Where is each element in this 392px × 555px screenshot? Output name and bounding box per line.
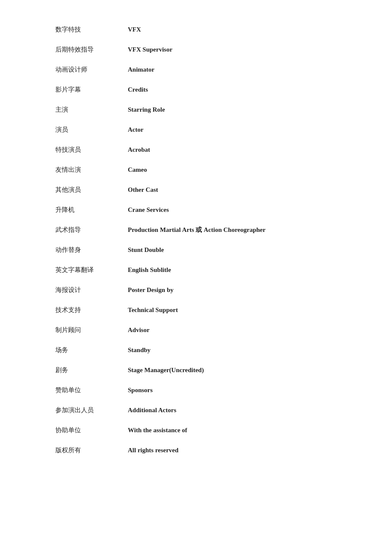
english-label: Credits bbox=[124, 86, 337, 93]
table-row: 协助单位With the assistance of bbox=[55, 426, 337, 434]
chinese-label: 参加演出人员 bbox=[55, 406, 124, 414]
table-row: 后期特效指导VFX Supervisor bbox=[55, 46, 337, 54]
english-label: Standby bbox=[124, 347, 337, 354]
chinese-label: 演员 bbox=[55, 126, 124, 134]
english-label: All rights reserved bbox=[124, 447, 337, 454]
english-label: Starring Role bbox=[124, 106, 337, 113]
table-row: 主演Starring Role bbox=[55, 106, 337, 114]
chinese-label: 影片字幕 bbox=[55, 86, 124, 94]
table-row: 动作替身Stunt Double bbox=[55, 246, 337, 254]
chinese-label: 剧务 bbox=[55, 366, 124, 374]
chinese-label: 特技演员 bbox=[55, 146, 124, 154]
table-row: 剧务Stage Manager(Uncredited) bbox=[55, 366, 337, 374]
chinese-label: 协助单位 bbox=[55, 426, 124, 434]
english-label: Acrobat bbox=[124, 146, 337, 153]
table-row: 英文字幕翻译English Sublitle bbox=[55, 266, 337, 274]
chinese-label: 场务 bbox=[55, 346, 124, 354]
english-label: Cameo bbox=[124, 166, 337, 173]
english-label: VFX bbox=[124, 26, 337, 33]
english-label: Animator bbox=[124, 66, 337, 73]
table-row: 友情出演Cameo bbox=[55, 166, 337, 174]
english-label: Sponsors bbox=[124, 387, 337, 394]
table-row: 武术指导Production Martial Arts 或 Action Cho… bbox=[55, 226, 337, 234]
english-label: Advisor bbox=[124, 327, 337, 334]
english-label: Actor bbox=[124, 126, 337, 133]
table-row: 场务Standby bbox=[55, 346, 337, 354]
table-row: 技术支持Technical Support bbox=[55, 306, 337, 314]
table-row: 版权所有All rights reserved bbox=[55, 446, 337, 454]
table-row: 制片顾问Advisor bbox=[55, 326, 337, 334]
chinese-label: 动画设计师 bbox=[55, 66, 124, 74]
english-label: Poster Design by bbox=[124, 286, 337, 294]
english-label: English Sublitle bbox=[124, 266, 337, 274]
chinese-label: 数字特技 bbox=[55, 26, 124, 34]
table-row: 动画设计师Animator bbox=[55, 66, 337, 74]
table-row: 数字特技VFX bbox=[55, 26, 337, 34]
english-label: Stage Manager(Uncredited) bbox=[124, 367, 337, 374]
english-label: Stunt Double bbox=[124, 246, 337, 254]
table-row: 其他演员Other Cast bbox=[55, 186, 337, 194]
chinese-label: 制片顾问 bbox=[55, 326, 124, 334]
chinese-label: 动作替身 bbox=[55, 246, 124, 254]
table-row: 升降机Crane Services bbox=[55, 206, 337, 214]
chinese-label: 武术指导 bbox=[55, 226, 124, 234]
table-row: 参加演出人员Additional Actors bbox=[55, 406, 337, 414]
chinese-label: 升降机 bbox=[55, 206, 124, 214]
chinese-label: 海报设计 bbox=[55, 286, 124, 294]
english-label: Other Cast bbox=[124, 186, 337, 194]
english-label: VFX Supervisor bbox=[124, 46, 337, 53]
english-label: Production Martial Arts 或 Action Choreog… bbox=[124, 226, 337, 234]
chinese-label: 英文字幕翻译 bbox=[55, 266, 124, 274]
english-label: With the assistance of bbox=[124, 427, 337, 434]
chinese-label: 其他演员 bbox=[55, 186, 124, 194]
chinese-label: 后期特效指导 bbox=[55, 46, 124, 54]
chinese-label: 赞助单位 bbox=[55, 386, 124, 394]
table-row: 赞助单位Sponsors bbox=[55, 386, 337, 394]
table-row: 海报设计Poster Design by bbox=[55, 286, 337, 294]
chinese-label: 版权所有 bbox=[55, 446, 124, 454]
table-row: 演员Actor bbox=[55, 126, 337, 134]
english-label: Additional Actors bbox=[124, 407, 337, 414]
table-row: 特技演员Acrobat bbox=[55, 146, 337, 154]
english-label: Crane Services bbox=[124, 206, 337, 214]
english-label: Technical Support bbox=[124, 306, 337, 314]
chinese-label: 技术支持 bbox=[55, 306, 124, 314]
chinese-label: 主演 bbox=[55, 106, 124, 114]
main-table: 数字特技VFX后期特效指导VFX Supervisor动画设计师Animator… bbox=[0, 26, 392, 454]
table-row: 影片字幕Credits bbox=[55, 86, 337, 94]
chinese-label: 友情出演 bbox=[55, 166, 124, 174]
